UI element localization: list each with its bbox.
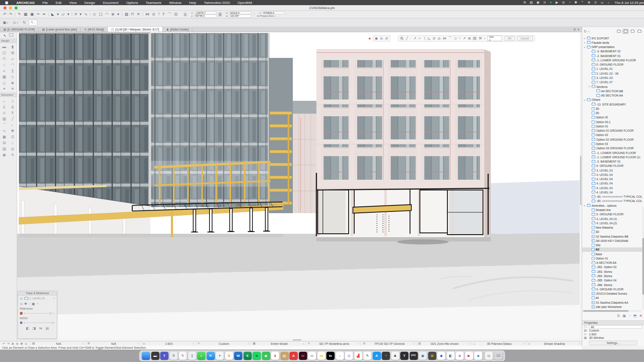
- dial-app[interactable]: ◔: [382, 352, 390, 360]
- tree-item[interactable]: Straight line: [582, 208, 642, 212]
- intersect-icon[interactable]: ⊘: [433, 36, 436, 40]
- dropbox-icon[interactable]: ⊙: [543, 1, 546, 4]
- refresh-icon[interactable]: ↻: [584, 30, 587, 33]
- keyboard-icon[interactable]: ▤: [530, 1, 533, 4]
- 3d-scene[interactable]: [17, 32, 582, 341]
- switch-reference-icon[interactable]: ▭: [20, 302, 23, 306]
- user-circle-icon[interactable]: ◒: [608, 1, 610, 4]
- layer-combination-row[interactable]: ▤ Custom: [582, 329, 644, 333]
- tree-item[interactable]: 2. LEVEL 02 - 06: [582, 71, 642, 75]
- distance-input[interactable]: 62119.4: [229, 12, 251, 15]
- tree-item[interactable]: site plan Worksheet: [582, 305, 642, 309]
- pen-segment[interactable]: ✎ Custom ›: [196, 341, 251, 346]
- tree-item[interactable]: -285. Option 04: [582, 278, 642, 283]
- download-circle-icon[interactable]: ⊕: [588, 1, 590, 4]
- tree-item[interactable]: A4 SECTION BB: [582, 89, 642, 93]
- magic-wand-icon[interactable]: ⊡: [173, 12, 179, 16]
- calculator[interactable]: ⊞: [428, 352, 436, 360]
- roof-tool-icon[interactable]: ⌂: [3, 62, 5, 68]
- menu-item[interactable]: Document: [99, 1, 122, 5]
- play-circle-icon[interactable]: ▶: [556, 1, 558, 4]
- podcasts[interactable]: ◎: [345, 352, 353, 360]
- window-type-row[interactable]: ▦ 3D Window: [582, 336, 644, 340]
- polyline-tool-icon[interactable]: ⌐: [12, 122, 14, 128]
- dimension-tool-icon[interactable]: ↔: [2, 98, 6, 104]
- tree-item[interactable]: 7. LEVEL 07: [582, 80, 642, 84]
- pen-set-icon[interactable]: ✎: [16, 12, 22, 16]
- fill-tool-icon[interactable]: ▨: [2, 116, 6, 122]
- reference-opacity-slider[interactable]: [27, 313, 55, 314]
- tree-item[interactable]: -1. LOWER GROUND FLOOR (1): [582, 155, 642, 159]
- dropbox[interactable]: ◆: [437, 352, 445, 360]
- camera-tool-icon[interactable]: ◉: [3, 152, 6, 158]
- photos[interactable]: ❀: [225, 352, 233, 360]
- swap-icon[interactable]: ⇆: [39, 326, 42, 330]
- indesign[interactable]: Id: [299, 352, 307, 360]
- view-map-button[interactable]: [623, 29, 629, 34]
- move-reference-icon[interactable]: ◧: [26, 326, 29, 330]
- active-opacity-slider[interactable]: [27, 323, 55, 323]
- menu-item[interactable]: Design: [81, 1, 99, 5]
- layers-drop-icon[interactable]: ▾: [116, 12, 121, 16]
- tree-item[interactable]: -282. Option 03: [582, 265, 642, 269]
- publisher-button[interactable]: [636, 29, 642, 34]
- tree-item[interactable]: All: [582, 247, 642, 252]
- pens-segment[interactable]: ✎ SD-TP Modelling pens ›: [306, 341, 361, 346]
- pan-icon[interactable]: ✥: [20, 342, 23, 346]
- tree-item[interactable]: Option 00.1: [582, 120, 642, 124]
- refresh-button[interactable]: ↻: [21, 20, 27, 25]
- stretch-box-icon[interactable]: ⊞: [468, 36, 471, 40]
- mesh-tool-icon[interactable]: △: [3, 80, 6, 86]
- trim-icon[interactable]: ✓: [419, 36, 422, 40]
- navigator-vertical-scrollbar[interactable]: [642, 207, 644, 310]
- elevation-chevron-icon[interactable]: ›: [275, 15, 276, 17]
- add-icon[interactable]: ⊕: [110, 12, 116, 16]
- add-reference-icon[interactable]: ✚: [24, 302, 27, 306]
- axis-tool-icon[interactable]: ✳: [11, 152, 14, 158]
- undo-icon[interactable]: ↶: [2, 12, 8, 16]
- spotify[interactable]: ∿: [252, 352, 261, 360]
- element-settings-dropdown[interactable]: ▣▾: [1, 20, 10, 25]
- menu-item[interactable]: File: [39, 1, 52, 5]
- tree-item[interactable]: All: [582, 296, 642, 300]
- tree-item[interactable]: -1. LOWER GROUND FLOOR: [582, 151, 642, 155]
- menu-item[interactable]: View: [65, 1, 80, 5]
- tree-item[interactable]: ▸ IFC EXPORT: [582, 36, 642, 40]
- forward-icon[interactable]: ↷: [7, 342, 9, 346]
- tree-item[interactable]: -284. Storey: [582, 274, 642, 278]
- back-icon[interactable]: ↶: [3, 342, 5, 346]
- tree-item[interactable]: New Massing: [582, 225, 642, 229]
- chevron-icon[interactable]: ›: [588, 30, 589, 33]
- tree-item[interactable]: -13. SITE BOUNDARY: [582, 102, 642, 106]
- arc-tool-icon[interactable]: ⌒: [2, 122, 6, 128]
- tree-item[interactable]: Site: [582, 243, 642, 247]
- tree-item[interactable]: A SECTION AA: [582, 261, 642, 265]
- swirl-icon[interactable]: ◉: [537, 1, 540, 4]
- y-coordinate-input[interactable]: 60748.3: [194, 15, 216, 18]
- text-tool-icon[interactable]: A: [3, 110, 6, 116]
- tree-item[interactable]: Option 03 GROUND FLOOR: [582, 146, 642, 151]
- delete-icon[interactable]: ✕: [639, 314, 642, 318]
- angle-input[interactable]: 102.06°: [229, 15, 251, 18]
- scale-row[interactable]: ⚏ 1:500: [582, 332, 644, 336]
- tree-item[interactable]: ▾ Sections: [582, 84, 642, 89]
- trash[interactable]: ⌫: [494, 352, 502, 360]
- view-tab[interactable]: ♟ [Action Center]: [163, 27, 192, 32]
- delete-icon[interactable]: ✕: [135, 12, 141, 16]
- record-circle-icon[interactable]: ◎: [562, 1, 565, 4]
- tree-item[interactable]: Option 00: [582, 115, 642, 120]
- settings-button[interactable]: Settings...: [589, 341, 637, 345]
- tree-item[interactable]: 0. GROUND FLOOR: [582, 212, 642, 217]
- reference-time-icon[interactable]: ◔: [36, 302, 39, 306]
- level-dimension-tool-icon[interactable]: ⊥: [11, 98, 14, 104]
- window-tool-icon[interactable]: ⊞: [11, 50, 14, 56]
- skew-icon[interactable]: ↗: [463, 36, 466, 40]
- apple-menu-icon[interactable]: [5, 1, 8, 4]
- tree-item[interactable]: 4. LEVEL 04: [582, 181, 642, 186]
- time-machine-icon[interactable]: ◔: [569, 1, 571, 4]
- apple-tv[interactable]: tv: [326, 352, 334, 360]
- tree-item[interactable]: 3. LEVEL 03: [582, 168, 642, 172]
- inject-parameters-icon[interactable]: ✒: [41, 12, 47, 16]
- x-coordinate-input[interactable]: -12979.7: [194, 12, 216, 15]
- arrow-mode-button[interactable]: ↖›: [29, 20, 37, 26]
